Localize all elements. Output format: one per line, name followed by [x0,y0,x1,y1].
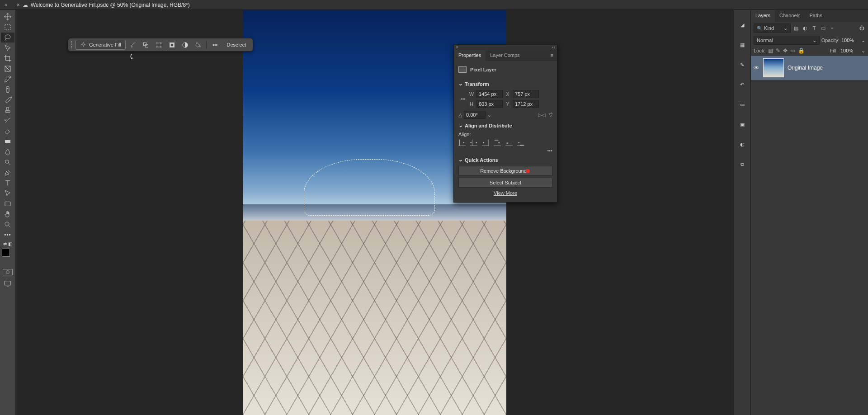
lock-artboard-icon[interactable]: ▭ [790,47,795,54]
height-input[interactable] [476,100,503,108]
crop-tool[interactable] [1,53,14,63]
filter-type-icon[interactable]: T [811,24,818,32]
align-hcenter-icon[interactable]: ▪▏▪ [470,140,477,146]
marquee-tool[interactable] [1,22,14,32]
x-input[interactable] [513,90,539,98]
align-left-icon[interactable]: ▏▪ [458,140,466,146]
properties-panel-icon[interactable]: ▭ [737,99,747,109]
canvas-area[interactable]: ⤹ Generative Fill ••• Deselect [15,10,733,415]
stamp-tool[interactable] [1,105,14,115]
eraser-tool[interactable] [1,126,14,136]
view-more-link[interactable]: View More [458,190,552,196]
color-swatch[interactable] [2,249,14,260]
flip-horizontal-icon[interactable]: ▷◁ [538,112,545,118]
healing-tool[interactable] [1,85,14,94]
cc-panel-icon[interactable]: ⧉ [737,159,747,169]
align-vcenter-icon[interactable]: ▪─ [505,140,513,146]
filter-shape-icon[interactable]: ▭ [820,24,827,32]
generative-fill-button[interactable]: Generative Fill [75,40,126,50]
history-panel-icon[interactable]: ↶ [737,80,747,90]
lock-all-icon[interactable]: 🔒 [798,47,805,54]
mask-icon[interactable] [166,40,178,50]
close-tab-icon[interactable]: × [17,2,20,8]
modify-selection-icon[interactable] [140,40,152,50]
layer-item[interactable]: 👁 Original Image [751,56,868,80]
quick-mask-icon[interactable] [3,269,13,275]
type-tool[interactable] [1,178,14,188]
zoom-tool[interactable] [1,220,14,230]
align-section-header[interactable]: Align and Distribute [458,123,552,129]
color-panel-icon[interactable]: ◢ [737,20,747,30]
filter-adjust-icon[interactable]: ◐ [802,24,809,32]
remove-background-button[interactable]: Remove Background [458,166,552,176]
filter-toggle-icon[interactable]: ⏻ [858,24,865,32]
channels-tab[interactable]: Channels [775,10,805,22]
lock-position-icon[interactable]: ✥ [783,47,788,54]
opacity-value[interactable]: 100% [841,38,859,43]
panel-close-icon[interactable]: × [456,45,458,50]
align-top-icon[interactable]: ▔▪ [494,140,501,146]
brushes-panel-icon[interactable]: ✎ [737,60,747,70]
brush-selection-icon[interactable] [127,40,139,50]
eyedropper-tool[interactable] [1,74,14,84]
fill-dropdown-icon[interactable]: ⌄ [861,48,865,54]
align-more-icon[interactable]: ••• [458,148,552,153]
transform-section-header[interactable]: Transform [458,81,552,87]
y-input[interactable] [513,100,539,108]
more-options-button[interactable]: ••• [208,40,222,50]
link-dimensions-icon[interactable]: ⚯ [458,96,467,102]
layer-comps-tab[interactable]: Layer Comps [486,50,524,61]
angle-dropdown-icon[interactable]: ⌄ [487,112,491,118]
default-colors-icon[interactable]: ◧ [8,241,12,246]
dodge-tool[interactable] [1,157,14,167]
filter-pixel-icon[interactable]: ▨ [793,24,800,32]
path-select-tool[interactable] [1,189,14,198]
libraries-panel-icon[interactable]: ▣ [737,119,747,129]
align-bottom-icon[interactable]: ▪▁ [517,140,524,146]
expand-panels-icon[interactable]: ›› [5,2,8,7]
angle-input[interactable] [464,111,486,119]
adjustments-panel-icon[interactable]: ◐ [737,139,747,149]
history-brush-tool[interactable] [1,116,14,126]
filter-smart-icon[interactable]: ▫ [829,24,836,32]
properties-panel[interactable]: ×‹‹ Properties Layer Comps ≡ Pixel Layer… [453,44,557,203]
quick-actions-header[interactable]: Quick Actions [458,157,552,163]
layer-visibility-icon[interactable]: 👁 [754,65,760,71]
transform-selection-icon[interactable] [153,40,165,50]
screen-mode-icon[interactable] [1,278,14,288]
frame-tool[interactable] [1,64,14,74]
document-tab[interactable]: × ☁ Welcome to Generative Fill.psdc @ 50… [17,2,190,8]
lasso-tool[interactable] [1,33,14,42]
adjustment-icon[interactable] [179,40,191,50]
edit-toolbar-icon[interactable]: ••• [4,232,11,238]
quick-select-tool[interactable] [1,43,14,53]
fill-value[interactable]: 100% [840,48,859,53]
paths-tab[interactable]: Paths [805,10,827,22]
hand-tool[interactable] [1,209,14,219]
gradient-tool[interactable] [1,137,14,146]
layer-filter-kind[interactable]: Kind [754,24,791,33]
deselect-button[interactable]: Deselect [222,40,250,50]
opacity-dropdown-icon[interactable]: ⌄ [861,38,865,43]
panel-collapse-icon[interactable]: ‹‹ [552,45,555,50]
brush-tool[interactable] [1,95,14,105]
contextual-task-bar[interactable]: Generative Fill ••• Deselect [68,38,253,52]
layer-thumbnail[interactable] [763,58,784,77]
blend-mode-select[interactable]: Normal [754,36,820,45]
select-subject-button[interactable]: Select Subject [458,178,552,188]
align-right-icon[interactable]: ▪▕ [482,140,489,146]
swatches-panel-icon[interactable]: ▦ [737,40,747,50]
flip-vertical-icon[interactable]: ▽̂ [549,112,552,118]
move-tool[interactable] [1,12,14,22]
fill-icon[interactable] [192,40,204,50]
layer-name[interactable]: Original Image [788,65,823,71]
swap-colors-icon[interactable]: ⇄ [3,241,7,246]
layers-tab[interactable]: Layers [751,10,775,22]
properties-tab[interactable]: Properties [454,50,486,61]
panel-menu-icon[interactable]: ≡ [547,50,557,61]
width-input[interactable] [476,90,503,98]
pen-tool[interactable] [1,168,14,178]
lock-transparency-icon[interactable]: ▦ [768,47,773,54]
rectangle-tool[interactable] [1,199,14,209]
drag-handle-icon[interactable] [71,41,73,48]
